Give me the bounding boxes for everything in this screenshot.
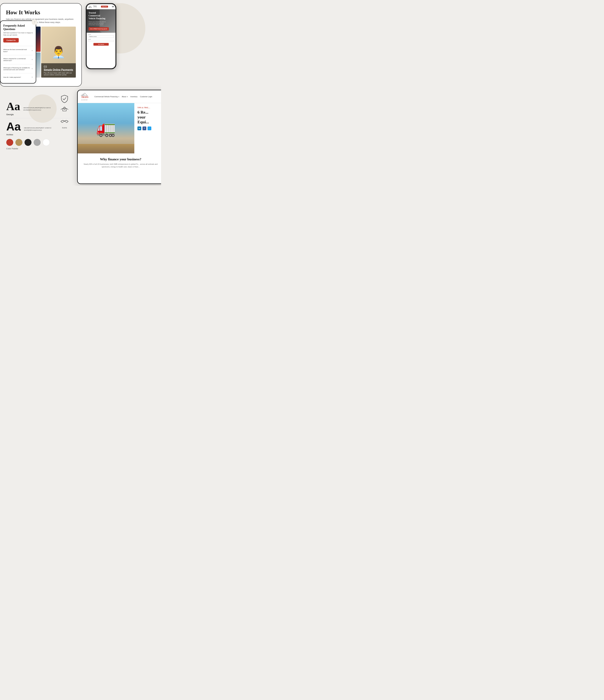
apply-now-button[interactable]: Apply Now <box>101 6 108 7</box>
icons-section-label: Icons <box>55 126 74 129</box>
phone-hero-subtitle: Finance your commercial vehicle or equip… <box>89 21 107 26</box>
nav-about[interactable]: About ▾ <box>122 96 128 98</box>
font-archivo-info: ABCDEFGHIJKLMNOPQRST UVWXYZ abcdefghijkl… <box>24 127 51 132</box>
tips-label: TIPS & TRIC... <box>137 107 160 108</box>
faq-card: ? Frequently Asked Questions Still have … <box>0 21 36 83</box>
font-archivo-name: Archivo <box>6 133 71 136</box>
browser-article-panel: TIPS & TRIC... 6 Re...yourEqui... in f 🐦 <box>134 103 161 153</box>
nav-inventory[interactable]: Inventory <box>130 96 137 98</box>
faq-expand-1-icon[interactable]: + <box>31 49 33 52</box>
faq-badge-icon: ? <box>32 19 37 25</box>
phone-hero-section: Trusted Commercial Vehicle Financing Fin… <box>87 9 116 33</box>
faq-item-2: What is required for a commercial vehicl… <box>3 56 33 63</box>
faq-item-3: What types of financing are available fo… <box>3 66 33 72</box>
contact-us-button[interactable]: Contact Us <box>3 38 19 43</box>
color-palette-label: Color Palette <box>6 147 71 150</box>
faq-question-4: How do I make payments? <box>3 76 30 78</box>
color-swatch-red <box>6 139 13 146</box>
browser-mockup: TRANSLEASE Commercial Vehicle Financing … <box>77 90 161 184</box>
email-input[interactable] <box>88 40 114 42</box>
why-finance-title: Why finance your business? <box>82 157 159 161</box>
facebook-icon[interactable]: f <box>143 126 146 130</box>
step-number: 03 <box>44 65 73 69</box>
color-swatch-gray <box>34 139 41 146</box>
phone-mockup-1: Trans LEASE Apply Now Trusted Commercial… <box>86 3 117 69</box>
email-field-wrapper: Email* <box>88 39 114 42</box>
browser-bottom-section: Why finance your business? Nearly 80% of… <box>78 153 161 172</box>
shield-check-icon <box>60 94 69 103</box>
hamburger-menu-icon[interactable] <box>112 6 114 7</box>
color-swatch-white <box>43 139 50 146</box>
logo-mountain-icon <box>88 5 93 8</box>
font-georgia-sample: Aa <box>6 101 20 112</box>
color-palette <box>6 139 71 146</box>
svg-point-2 <box>64 107 66 109</box>
phone-nav: Trans LEASE Apply Now <box>87 4 116 9</box>
faq-expand-3-icon[interactable]: + <box>31 67 33 70</box>
color-swatch-gold <box>16 139 22 146</box>
faq-question-2: What is required for a commercial vehicl… <box>3 58 30 62</box>
browser-nav: TRANSLEASE Commercial Vehicle Financing … <box>78 90 161 103</box>
name-field-wrapper: Name* Martha Lennon <box>88 34 114 38</box>
faq-title: Frequently Asked Questions <box>3 24 33 31</box>
font-georgia-uppercase: ABCDEFGHIJKLMNOPQRSTUV WXYZ <box>23 107 51 109</box>
linkedin-icon[interactable]: in <box>137 126 141 130</box>
trans-lease-mountain-icon <box>81 92 89 96</box>
step-overlay: 03 Simple Online Payments Pay off your l… <box>41 63 76 78</box>
nav-customer-login[interactable]: Customer Login <box>140 96 152 98</box>
phone-form-section: Name* Martha Lennon Email* Get Started <box>87 33 116 68</box>
step-desc: Pay off your lease with ease with our se… <box>44 72 73 76</box>
phone-logo-subtext: LEASE <box>93 7 97 8</box>
truck-hero-image: 🚛 <box>78 103 134 153</box>
icons-section: Icons <box>55 94 74 129</box>
trans-lease-name: TRANSLEASE <box>81 96 89 101</box>
phone-hero-title: Trusted Commercial Vehicle Financing <box>89 11 106 20</box>
trans-lease-logo: TRANSLEASE <box>81 92 89 101</box>
color-swatch-black <box>25 139 31 146</box>
phone-logo: Trans LEASE <box>88 5 97 8</box>
browser-hero: 🚛 TIPS & TRIC... 6 Re...yourEqui... in f… <box>78 103 161 153</box>
faq-question-1: What are the best commercial truck loans… <box>3 49 30 53</box>
font-georgia-lowercase: abcdefghijklmnopqrstuvwxyz <box>23 109 51 111</box>
handshake-deal-icon <box>60 105 69 114</box>
email-label: Email* <box>88 39 114 40</box>
how-it-works-title: How It Works <box>6 9 76 16</box>
faq-expand-2-icon[interactable]: + <box>31 58 33 61</box>
get-started-button[interactable]: Get Started <box>94 43 109 46</box>
faq-question-3: What types of financing are available fo… <box>3 67 30 71</box>
why-finance-text: Nearly 80% of all US businesses, both SM… <box>82 163 159 168</box>
svg-marker-4 <box>81 94 84 96</box>
font-archivo-sample: Aa <box>6 121 21 132</box>
handshake-icon <box>60 116 69 125</box>
browser-article-title: 6 Re...yourEqui... <box>137 110 160 125</box>
browser-logo: TRANSLEASE <box>81 92 89 101</box>
font-georgia-info: ABCDEFGHIJKLMNOPQRSTUV WXYZ abcdefghijkl… <box>23 107 51 112</box>
step-title: Simple Online Payments <box>44 69 73 71</box>
name-input[interactable]: Martha Lennon <box>88 35 114 38</box>
get-free-financing-quote-button[interactable]: Get a FREE Financing Quote <box>89 27 109 30</box>
faq-expand-4-icon[interactable]: + <box>31 76 33 79</box>
twitter-icon[interactable]: 🐦 <box>148 126 151 130</box>
font-archivo-uppercase: ABCDEFGHIJKLMNOPQRST UVWXYZ <box>24 127 51 129</box>
social-icons-row: in f 🐦 <box>137 126 160 130</box>
faq-subtitle: Still have questions? Our team is happy … <box>3 32 33 36</box>
person-image: 03 Simple Online Payments Pay off your l… <box>41 27 76 78</box>
font-archivo-lowercase: abcdefghijklmnopqrstuvwxyz <box>24 129 51 131</box>
faq-item-1: What are the best commercial truck loans… <box>3 47 33 54</box>
svg-marker-1 <box>88 6 91 7</box>
truck-emoji-icon: 🚛 <box>96 119 116 138</box>
faq-item-4: How do I make payments? + <box>3 75 33 80</box>
phone-logo-text: Trans <box>93 5 97 7</box>
nav-commercial-vehicle-financing[interactable]: Commercial Vehicle Financing ▾ <box>94 96 119 98</box>
name-label: Name* <box>88 34 114 35</box>
